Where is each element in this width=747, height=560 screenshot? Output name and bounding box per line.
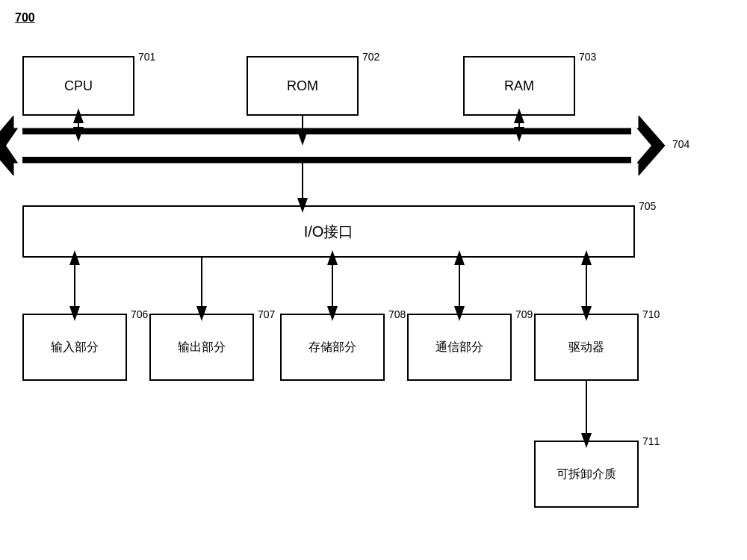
comm-ref: 709 (515, 308, 533, 320)
driver-box: 驱动器 (534, 314, 639, 381)
bus-ref: 704 (672, 138, 689, 150)
driver-ref: 710 (642, 308, 660, 320)
output-label: 输出部分 (178, 340, 226, 355)
media-box: 可拆卸介质 (534, 441, 639, 508)
comm-label: 通信部分 (436, 340, 483, 355)
input-label: 输入部分 (51, 340, 99, 355)
cpu-box: CPU (22, 56, 134, 116)
main-label: 700 (15, 11, 35, 25)
io-label: I/O接口 (304, 222, 354, 242)
input-box: 输入部分 (22, 314, 127, 381)
io-ref: 705 (639, 200, 656, 212)
input-ref: 706 (131, 308, 148, 320)
storage-box: 存储部分 (280, 314, 385, 381)
comm-box: 通信部分 (407, 314, 512, 381)
driver-label: 驱动器 (568, 340, 604, 355)
rom-ref: 702 (362, 51, 379, 63)
output-box: 输出部分 (149, 314, 254, 381)
ram-box: RAM (463, 56, 575, 116)
cpu-ref: 701 (138, 51, 155, 63)
output-ref: 707 (258, 308, 275, 320)
rom-label: ROM (287, 78, 318, 94)
storage-ref: 708 (388, 308, 406, 320)
media-label: 可拆卸介质 (557, 467, 616, 482)
rom-box: ROM (247, 56, 359, 116)
storage-label: 存储部分 (309, 340, 356, 355)
ram-label: RAM (504, 78, 534, 94)
ram-ref: 703 (579, 51, 596, 63)
media-ref: 711 (642, 435, 660, 447)
io-box: I/O接口 (22, 205, 635, 258)
bus-shape (0, 116, 665, 175)
diagram: 700 CPU 701 ROM 702 RAM 703 I/O接口 705 输入… (0, 0, 747, 560)
svg-marker-4 (6, 122, 651, 169)
cpu-label: CPU (64, 78, 93, 94)
